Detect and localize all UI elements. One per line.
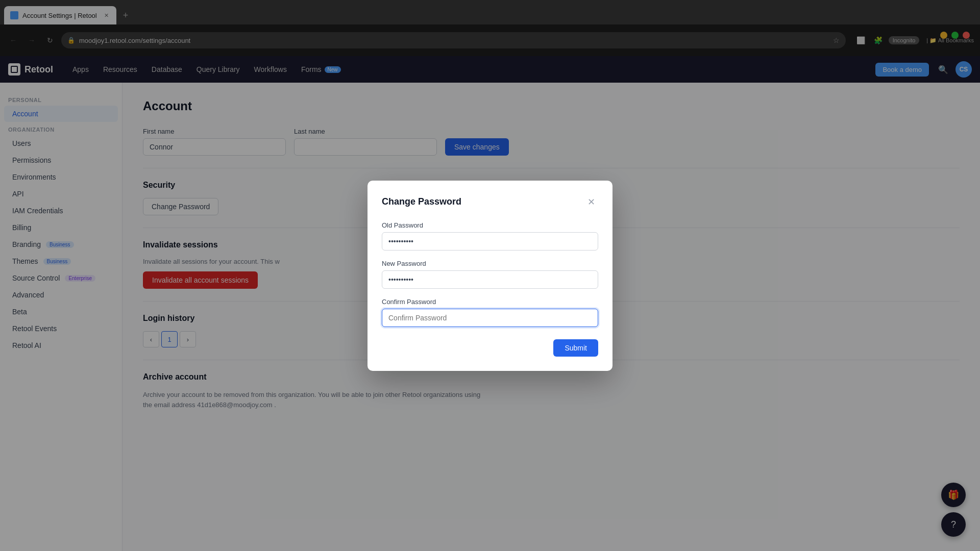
confirm-password-input[interactable]	[382, 309, 598, 327]
old-password-field: Old Password	[382, 221, 598, 251]
modal-header: Change Password ✕	[382, 195, 598, 209]
submit-button[interactable]: Submit	[553, 339, 598, 357]
new-password-field: New Password	[382, 260, 598, 289]
old-password-label: Old Password	[382, 221, 598, 229]
modal-footer: Submit	[382, 339, 598, 357]
confirm-password-field: Confirm Password	[382, 298, 598, 327]
old-password-input[interactable]	[382, 232, 598, 251]
modal-overlay[interactable]: Change Password ✕ Old Password New Passw…	[0, 0, 980, 551]
new-password-label: New Password	[382, 260, 598, 267]
new-password-input[interactable]	[382, 270, 598, 289]
change-password-modal: Change Password ✕ Old Password New Passw…	[368, 181, 612, 371]
modal-close-button[interactable]: ✕	[584, 195, 598, 209]
modal-title: Change Password	[382, 196, 461, 207]
confirm-password-label: Confirm Password	[382, 298, 598, 306]
